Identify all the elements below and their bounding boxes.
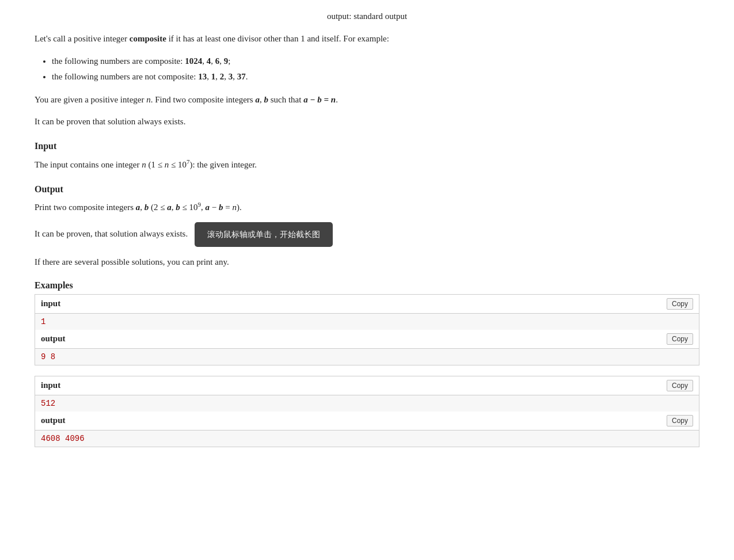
example-output-header-1: output Copy: [35, 330, 699, 349]
solution-exists: It can be proven that solution always ex…: [35, 115, 699, 128]
bullet-list: the following numbers are composite: 102…: [52, 54, 699, 85]
example-input-header-1: input Copy: [35, 295, 699, 314]
bullet-item-2: the following numbers are not composite:…: [52, 69, 699, 85]
bullet1-prefix: the following numbers are composite:: [52, 56, 185, 66]
problem-text: Let's call a positive integer composite …: [35, 32, 699, 269]
output-text2: If there are several possible solutions,…: [35, 255, 699, 269]
example-block-2: input Copy 512 output Copy 4608 4096: [35, 376, 699, 447]
copy-input-button-2[interactable]: Copy: [667, 380, 693, 391]
intro-bold: composite: [130, 34, 166, 43]
input-label-1: input: [41, 299, 60, 308]
output-value-1: 9 8: [35, 349, 699, 365]
copy-output-button-2[interactable]: Copy: [667, 415, 693, 426]
copy-input-button-1[interactable]: Copy: [667, 298, 693, 310]
var-a: a: [255, 95, 260, 104]
output-desc: Print two composite integers a, b (2 ≤ a…: [35, 200, 699, 214]
output-proof: It can be proven, that solution always e…: [35, 229, 188, 238]
example-output-header-2: output Copy: [35, 412, 699, 431]
input-value-1: 1: [35, 314, 699, 330]
copy-output-button-1[interactable]: Copy: [667, 333, 693, 345]
input-desc: The input contains one integer n (1 ≤ n …: [35, 157, 699, 172]
intro-text1-prefix: Let's call a positive integer: [35, 34, 130, 43]
example-block-1: input Copy 1 output Copy 9 8: [35, 294, 699, 365]
page-wrapper: output: standard output Let's call a pos…: [0, 0, 734, 492]
var-n: n: [146, 95, 151, 104]
equation: a − b = n: [303, 95, 336, 104]
output-label-1: output: [41, 334, 66, 344]
output-label-2: output: [41, 416, 66, 425]
example-input-header-2: input Copy: [35, 376, 699, 395]
bullet1-numbers: 1024: [185, 56, 202, 66]
tooltip-overlay: 滚动鼠标轴或单击，开始截长图: [195, 222, 333, 246]
top-label: output: standard output: [35, 12, 699, 21]
var-b: b: [264, 95, 268, 104]
input-title: Input: [35, 139, 699, 154]
intro-text1-suffix: if it has at least one divisor other tha…: [166, 34, 389, 43]
problem-statement: You are given a positive integer n. Find…: [35, 93, 699, 106]
input-value-2: 512: [35, 395, 699, 412]
bullet-item-1: the following numbers are composite: 102…: [52, 54, 699, 69]
output-text1: It can be proven, that solution always e…: [35, 222, 699, 246]
output-value-2: 4608 4096: [35, 431, 699, 447]
var-n2: n: [142, 160, 146, 169]
bullet2-prefix: the following numbers are not composite:: [52, 72, 198, 81]
examples-section: Examples input Copy 1 output Copy 9 8 in…: [35, 280, 699, 447]
input-label-2: input: [41, 380, 60, 390]
output-title: Output: [35, 182, 699, 197]
intro-paragraph: Let's call a positive integer composite …: [35, 32, 699, 45]
examples-title: Examples: [35, 280, 699, 291]
